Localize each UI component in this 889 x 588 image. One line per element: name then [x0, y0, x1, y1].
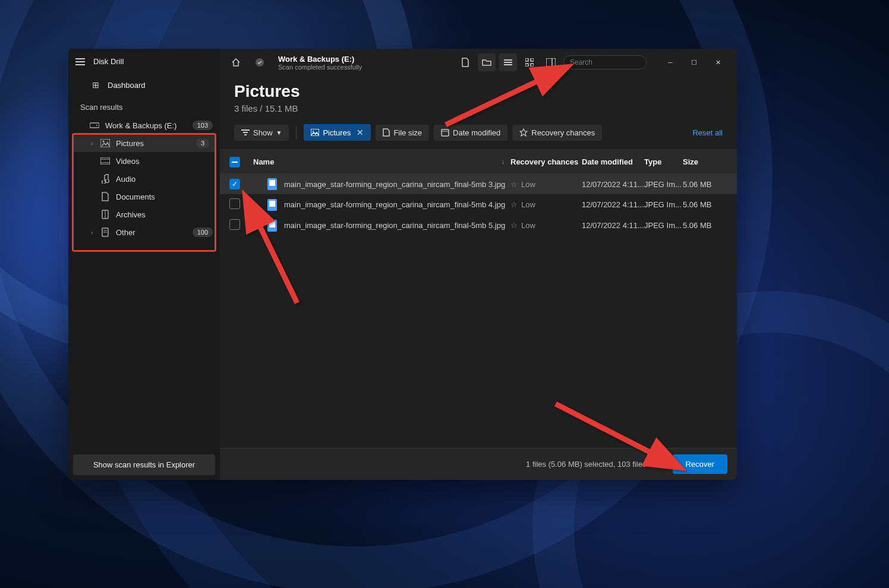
- file-size: 5.06 MB: [683, 200, 727, 209]
- file-size: 5.06 MB: [683, 221, 727, 230]
- file-row[interactable]: main_image_star-forming_region_carina_ni…: [220, 194, 737, 215]
- file-type: JPEG Im...: [644, 200, 683, 209]
- svg-rect-15: [525, 58, 528, 61]
- star-icon: ☆: [510, 200, 518, 209]
- column-label: Name: [253, 157, 274, 166]
- drive-icon: [90, 121, 99, 130]
- panel-icon[interactable]: [542, 53, 560, 71]
- page-title: Pictures: [234, 82, 723, 101]
- sidebar-item-videos[interactable]: Videos: [68, 152, 220, 170]
- maximize-button[interactable]: ☐: [682, 53, 706, 71]
- select-all-checkbox[interactable]: [229, 157, 240, 167]
- sort-down-icon: ↓: [502, 158, 505, 165]
- filter-chip-filesize[interactable]: File size: [376, 125, 429, 141]
- file-icon: [383, 128, 390, 137]
- sidebar-item-pictures[interactable]: › Pictures 3: [72, 134, 216, 152]
- sidebar-item-other[interactable]: › Other 100: [68, 223, 220, 241]
- window-controls: ─ ☐ ✕: [658, 53, 730, 71]
- minimize-button[interactable]: ─: [658, 53, 682, 71]
- drive-title: Work & Backups (E:): [278, 55, 362, 64]
- tree-badge: 100: [193, 227, 213, 237]
- home-icon[interactable]: [227, 53, 245, 71]
- documents-icon: [100, 192, 110, 201]
- filter-bar: Show ▼ Pictures ✕ File size Date modifie…: [220, 119, 737, 149]
- sidebar-footer: Show scan results in Explorer: [68, 450, 220, 480]
- divider: [296, 127, 297, 138]
- search-box[interactable]: [563, 55, 647, 69]
- file-type: JPEG Im...: [644, 221, 683, 230]
- status-text: 1 files (5.06 MB) selected, 103 files to…: [526, 460, 663, 469]
- chip-label: File size: [393, 128, 422, 137]
- sidebar-item-documents[interactable]: Documents: [68, 188, 220, 206]
- column-name[interactable]: Name ↓: [253, 157, 510, 166]
- file-row[interactable]: ✓ main_image_star-forming_region_carina_…: [220, 174, 737, 194]
- filter-chip-datemodified[interactable]: Date modified: [434, 125, 507, 141]
- chevron-right-icon: ›: [91, 229, 97, 236]
- pictures-icon: [100, 138, 110, 148]
- drive-subtitle: Scan completed successfully: [278, 64, 362, 71]
- content-header: Pictures 3 files / 15.1 MB: [220, 76, 737, 119]
- tree-label: Audio: [116, 175, 213, 184]
- search-input[interactable]: [570, 58, 659, 67]
- app-window: Disk Drill ⊞ Dashboard Scan results Work…: [68, 49, 737, 480]
- table-header: Name ↓ Recovery chances Date modified Ty…: [220, 149, 737, 174]
- filter-chip-recovery[interactable]: Recovery chances: [512, 125, 602, 141]
- file-checkbox[interactable]: ✓: [229, 179, 240, 189]
- filter-icon: [241, 129, 250, 136]
- file-size: 5.06 MB: [683, 180, 727, 189]
- filter-chip-pictures[interactable]: Pictures ✕: [304, 124, 371, 141]
- section-title: Scan results: [68, 96, 220, 116]
- videos-icon: [100, 156, 110, 166]
- file-checkbox[interactable]: [229, 219, 240, 230]
- file-name: main_image_star-forming_region_carina_ni…: [284, 221, 505, 230]
- tree-label: Archives: [116, 210, 213, 219]
- jpeg-file-icon: [267, 178, 277, 190]
- show-in-explorer-button[interactable]: Show scan results in Explorer: [73, 454, 215, 475]
- app-title: Disk Drill: [93, 57, 124, 66]
- close-icon[interactable]: ✕: [357, 128, 364, 137]
- sidebar-item-archives[interactable]: Archives: [68, 206, 220, 223]
- chevron-down-icon: ▼: [276, 129, 282, 136]
- close-button[interactable]: ✕: [706, 53, 730, 71]
- svg-rect-0: [90, 123, 99, 128]
- main-panel: Work & Backups (E:) Scan completed succe…: [220, 49, 737, 480]
- chip-label: Date modified: [453, 128, 500, 137]
- list-view-icon[interactable]: [499, 53, 517, 71]
- column-size[interactable]: Size: [683, 157, 727, 166]
- sidebar-item-audio[interactable]: Audio: [68, 170, 220, 188]
- sidebar-item-drive[interactable]: Work & Backups (E:) 103: [68, 116, 220, 134]
- page-subtitle: 3 files / 15.1 MB: [234, 103, 723, 113]
- drive-info: Work & Backups (E:) Scan completed succe…: [278, 55, 362, 71]
- hamburger-icon[interactable]: [75, 58, 85, 65]
- file-name: main_image_star-forming_region_carina_ni…: [284, 180, 505, 189]
- recover-button[interactable]: Recover: [673, 454, 727, 474]
- reset-all-link[interactable]: Reset all: [692, 128, 723, 137]
- jpeg-file-icon: [267, 220, 277, 232]
- folder-icon[interactable]: [478, 53, 496, 71]
- titlebar-tools: [456, 53, 647, 71]
- file-icon[interactable]: [456, 53, 474, 71]
- check-circle-icon[interactable]: [251, 53, 269, 71]
- column-date[interactable]: Date modified: [582, 157, 644, 166]
- file-name: main_image_star-forming_region_carina_ni…: [284, 200, 505, 209]
- dashboard-label: Dashboard: [108, 81, 146, 90]
- titlebar: Work & Backups (E:) Scan completed succe…: [220, 49, 737, 76]
- archives-icon: [100, 210, 110, 219]
- svg-rect-28: [442, 129, 449, 136]
- other-icon: [100, 227, 110, 237]
- svg-rect-17: [525, 64, 528, 67]
- pictures-icon: [311, 129, 319, 136]
- sidebar-item-dashboard[interactable]: ⊞ Dashboard: [68, 74, 220, 96]
- column-recovery[interactable]: Recovery chances: [510, 157, 582, 166]
- audio-icon: [100, 174, 110, 184]
- sidebar: Disk Drill ⊞ Dashboard Scan results Work…: [68, 49, 220, 480]
- grid-view-icon[interactable]: [521, 53, 538, 71]
- file-checkbox[interactable]: [229, 198, 240, 209]
- file-date: 12/07/2022 4:11...: [582, 221, 644, 230]
- svg-rect-19: [546, 58, 556, 67]
- show-dropdown[interactable]: Show ▼: [234, 125, 289, 141]
- tree-label: Work & Backups (E:): [105, 121, 193, 130]
- column-type[interactable]: Type: [644, 157, 683, 166]
- file-row[interactable]: main_image_star-forming_region_carina_ni…: [220, 215, 737, 236]
- calendar-icon: [441, 128, 449, 137]
